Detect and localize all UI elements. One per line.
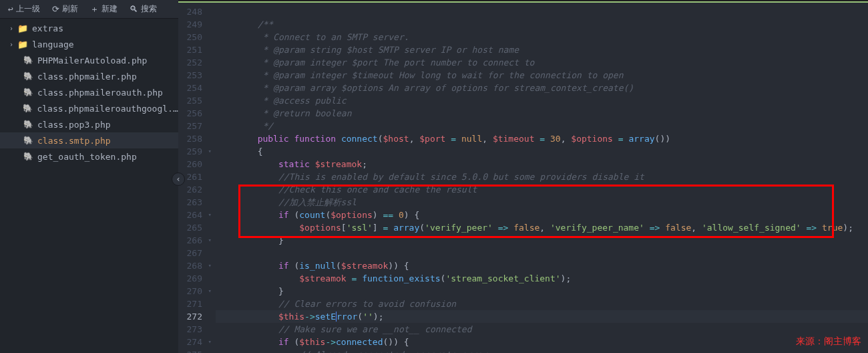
code-line[interactable]: */	[216, 120, 868, 132]
line-number: 263	[178, 196, 202, 209]
file-item[interactable]: 🐘 class.pop3.php	[0, 116, 178, 132]
php-icon: 🐘	[23, 88, 33, 97]
file-label: get_oauth_token.php	[37, 152, 137, 162]
file-label: PHPMailerAutoload.php	[37, 55, 147, 66]
code-line[interactable]: // Clear errors to avoid confusion	[216, 298, 868, 310]
php-icon: 🐘	[23, 104, 33, 113]
watermark-text: 来源：阁主博客	[796, 336, 861, 348]
line-number: 259	[178, 145, 202, 158]
php-icon: 🐘	[23, 120, 33, 129]
code-line[interactable]: /**	[216, 18, 868, 31]
file-label: class.phpmaileroauthgoogl...	[37, 104, 178, 114]
code-line[interactable]: // Make sure we are __not__ connected	[216, 323, 868, 336]
php-icon: 🐘	[23, 55, 33, 65]
code-line[interactable]: // Already connected, generate error	[216, 348, 868, 353]
code-line[interactable]: public function connect($host, $port = n…	[216, 132, 868, 145]
line-number: 266	[178, 234, 202, 247]
line-number: 258	[178, 132, 202, 145]
refresh-button[interactable]: ⟳ 刷新	[47, 2, 83, 16]
line-number: 251	[178, 43, 202, 56]
line-number: 267	[178, 247, 202, 259]
code-line[interactable]: }	[216, 234, 868, 247]
code-line[interactable]: $options['ssl'] = array('verify_peer' =>…	[216, 221, 868, 234]
line-number: 250	[178, 31, 202, 43]
file-label: class.pop3.php	[37, 120, 111, 130]
line-number: 264	[178, 209, 202, 221]
file-item[interactable]: 🐘 class.phpmaileroauth.php	[0, 84, 178, 100]
line-number: 252	[178, 56, 202, 69]
search-icon: 🔍︎	[130, 4, 138, 14]
code-line[interactable]: $streamok = function_exists('stream_sock…	[216, 272, 868, 285]
file-explorer: ↩ 上一级 ⟳ 刷新 ＋ 新建 🔍︎ 搜索 › 📁 extras	[0, 0, 178, 353]
folder-icon: 📁	[17, 39, 28, 49]
file-label: class.phpmaileroauth.php	[37, 88, 163, 98]
folder-language[interactable]: › 📁 language	[0, 36, 178, 52]
line-number: 257	[178, 120, 202, 132]
code-line[interactable]: * @param integer $port The port number t…	[216, 56, 868, 69]
file-item[interactable]: 🐘 class.phpmailer.php	[0, 68, 178, 84]
code-line[interactable]	[216, 5, 868, 18]
folder-label: extras	[32, 23, 63, 33]
line-number: 256	[178, 107, 202, 120]
line-number: 273	[178, 323, 202, 336]
plus-icon: ＋	[90, 3, 99, 15]
file-tree[interactable]: › 📁 extras › 📁 language 🐘 PHPMailerAutol…	[0, 19, 178, 353]
code-editor[interactable]: 2482492502512522532542552562572582592602…	[178, 1, 868, 353]
line-number: 265	[178, 221, 202, 234]
code-line[interactable]: * @return boolean	[216, 107, 868, 120]
new-button[interactable]: ＋ 新建	[85, 2, 123, 17]
code-line[interactable]: //Check this once and cache the result	[216, 183, 868, 196]
file-item[interactable]: 🐘 get_oauth_token.php	[0, 148, 178, 164]
code-line[interactable]: * @param array $options An array of opti…	[216, 82, 868, 94]
up-label: 上一级	[16, 3, 40, 15]
line-number: 270	[178, 285, 202, 298]
file-label: class.phpmailer.php	[37, 72, 137, 82]
code-line[interactable]: $this->setError('');	[216, 310, 868, 323]
file-item-selected[interactable]: 🐘 class.smtp.php	[0, 132, 178, 148]
folder-icon: 📁	[17, 23, 28, 33]
line-number: 268	[178, 259, 202, 272]
code-line[interactable]: }	[216, 285, 868, 298]
refresh-label: 刷新	[62, 3, 78, 15]
code-line[interactable]: if ($this->connected()) {	[216, 336, 868, 348]
line-number: 253	[178, 69, 202, 82]
chevron-left-icon: ‹	[176, 174, 180, 184]
code-line[interactable]: //加入禁止解析ssl	[216, 196, 868, 209]
code-line[interactable]: * @param integer $timeout How long to wa…	[216, 69, 868, 82]
line-number: 248	[178, 5, 202, 18]
php-icon: 🐘	[23, 152, 33, 161]
code-line[interactable]: //This is enabled by default since 5.0.0…	[216, 170, 868, 183]
code-line[interactable]: if (count($options) == 0) {	[216, 209, 868, 221]
explorer-toolbar: ↩ 上一级 ⟳ 刷新 ＋ 新建 🔍︎ 搜索	[0, 0, 178, 19]
panel-collapse-button[interactable]: ‹	[172, 172, 185, 186]
arrow-up-icon: ↩	[8, 4, 13, 14]
code-line[interactable]: static $streamok;	[216, 158, 868, 170]
line-number: 274	[178, 336, 202, 348]
file-label: class.smtp.php	[37, 136, 111, 146]
php-icon: 🐘	[23, 72, 33, 81]
php-icon: 🐘	[23, 136, 33, 145]
line-number: 269	[178, 272, 202, 285]
line-number: 275	[178, 348, 202, 353]
line-number: 249	[178, 18, 202, 31]
code-line[interactable]: * @access public	[216, 94, 868, 107]
chevron-right-icon: ›	[9, 25, 17, 32]
line-number: 271	[178, 298, 202, 310]
line-number: 272	[178, 310, 202, 323]
new-label: 新建	[101, 3, 118, 15]
search-label: 搜索	[141, 3, 157, 15]
code-area[interactable]: /** * Connect to an SMTP server. * @para…	[216, 3, 868, 353]
search-button[interactable]: 🔍︎ 搜索	[124, 2, 162, 16]
code-line[interactable]: {	[216, 145, 868, 158]
line-number: 260	[178, 158, 202, 170]
file-item[interactable]: 🐘 PHPMailerAutoload.php	[0, 52, 178, 68]
code-line[interactable]	[216, 247, 868, 259]
folder-extras[interactable]: › 📁 extras	[0, 20, 178, 36]
up-button[interactable]: ↩ 上一级	[3, 2, 45, 16]
code-line[interactable]: * Connect to an SMTP server.	[216, 31, 868, 43]
file-item[interactable]: 🐘 class.phpmaileroauthgoogl...	[0, 100, 178, 116]
code-line[interactable]: * @param string $host SMTP server IP or …	[216, 43, 868, 56]
refresh-icon: ⟳	[52, 4, 59, 14]
chevron-right-icon: ›	[9, 41, 17, 48]
code-line[interactable]: if (is_null($streamok)) {	[216, 259, 868, 272]
